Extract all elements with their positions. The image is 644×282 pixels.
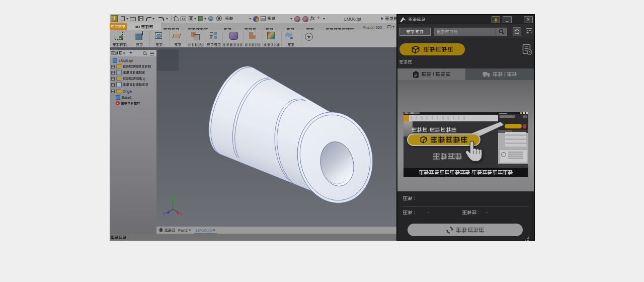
svg-text:Y: Y — [172, 193, 174, 196]
svg-text:X: X — [180, 212, 183, 216]
svg-text:Z: Z — [163, 212, 165, 216]
